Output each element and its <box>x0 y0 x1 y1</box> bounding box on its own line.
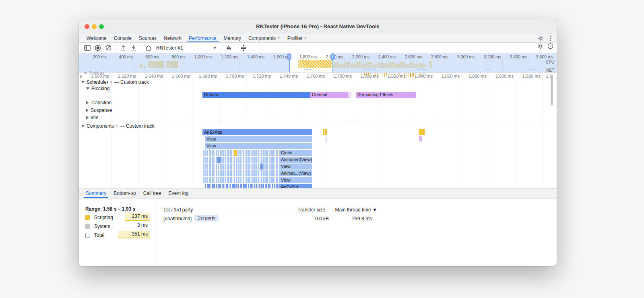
flame-sliver <box>260 157 260 163</box>
expand-triangle-icon[interactable] <box>86 116 89 119</box>
panel-tab-bottom-up[interactable]: Bottom-up <box>110 188 139 198</box>
flame-bar-segment[interactable] <box>348 92 351 98</box>
flame-mark[interactable] <box>326 136 327 142</box>
flame-sliver <box>260 150 260 156</box>
session-select[interactable]: RNTester #1 ▼ <box>156 45 219 51</box>
flame-sliver <box>245 150 246 156</box>
flame-sliver <box>272 170 274 176</box>
flame-mark[interactable] <box>325 129 327 135</box>
flame-sliver <box>276 157 277 163</box>
flame-bar-remaining-effects[interactable]: Remaining Effects <box>356 92 416 98</box>
panel-tab-call-tree[interactable]: Call tree <box>140 188 165 198</box>
collapse-triangle-icon[interactable] <box>81 125 85 127</box>
track-components[interactable]: Components✳— Custom track <box>81 123 155 129</box>
flame-sliver <box>264 163 266 170</box>
flame-sliver <box>209 157 210 163</box>
expand-triangle-icon[interactable] <box>86 109 89 112</box>
timeline-main[interactable]: 1,600 ms1,620 ms1,640 ms1,660 ms1,680 ms… <box>79 72 557 188</box>
overview-time-label: 800 ms <box>172 54 186 59</box>
ruler-time-label: 1,700 ms <box>226 74 244 79</box>
flame-sliver <box>248 157 250 163</box>
garbage-collect-icon[interactable] <box>224 44 233 52</box>
overview-handle-right[interactable]: ∥ <box>330 54 335 60</box>
flame-sliver <box>275 157 275 163</box>
overview-time-label: 2,400 ms <box>378 54 396 59</box>
flame-sliver <box>245 163 246 170</box>
tab-console[interactable]: Console <box>110 34 135 42</box>
legend-label: System <box>94 224 110 229</box>
flame-sliver <box>254 150 256 156</box>
tab-memory[interactable]: Memory <box>220 34 245 42</box>
flame-bar-commit[interactable]: Commit <box>310 92 348 98</box>
flame-bar-anexset[interactable]: AnExSet <box>279 184 312 188</box>
performance-settings-gear-icon[interactable] <box>537 43 543 49</box>
flame-sliver <box>256 163 257 170</box>
console-timestamp-tick <box>425 73 426 75</box>
help-icon[interactable]: ? <box>547 43 553 49</box>
download-profile-icon[interactable] <box>129 44 138 52</box>
flame-bar-anexapp[interactable]: AnExApp <box>202 129 312 135</box>
party-row-name[interactable]: [unattributed] <box>163 216 192 221</box>
flame-mark[interactable] <box>323 129 324 135</box>
flame-bar-view[interactable]: View <box>279 163 312 170</box>
track-blocking[interactable]: Blocking <box>86 85 109 91</box>
track-idle[interactable]: Idle <box>86 114 98 120</box>
flame-sliver <box>269 163 270 170</box>
more-options-kebab-icon[interactable]: ⋮ <box>548 35 553 41</box>
flame-bar-view[interactable]: View <box>205 143 312 149</box>
track-suffix: — Custom track <box>120 123 155 129</box>
flame-bar-animated-view-[interactable]: Animated(View) <box>279 157 312 163</box>
vertical-scrollbar-thumb[interactable] <box>551 75 553 106</box>
flame-bar-circle[interactable]: Circle <box>279 150 312 156</box>
panel-tab-summary[interactable]: Summary <box>82 188 110 198</box>
tab-components[interactable]: Components✳ <box>245 34 284 42</box>
tab-performance[interactable]: Performance <box>185 34 220 42</box>
toggle-sidebar-icon[interactable] <box>83 44 92 52</box>
flame-bar-view[interactable]: View <box>279 177 312 183</box>
console-timestamp-tick <box>428 73 428 77</box>
capture-settings-icon[interactable] <box>239 44 248 52</box>
ruler-gridline <box>381 72 381 188</box>
party-col-name-header[interactable]: 1st / 3rd party <box>163 207 193 213</box>
collapse-triangle-icon[interactable] <box>86 87 89 90</box>
party-col-transfer-header[interactable]: Transfer size <box>272 207 325 213</box>
devtools-tab-bar: WelcomeConsoleSourcesNetworkPerformanceM… <box>79 34 557 43</box>
tab-network[interactable]: Network <box>160 34 185 42</box>
tab-profiler[interactable]: Profiler✳ <box>284 34 311 42</box>
party-row-main: 239.8 ms <box>320 216 372 221</box>
tab-welcome[interactable]: Welcome <box>83 34 110 42</box>
collapse-triangle-icon[interactable] <box>81 81 85 83</box>
flame-mark[interactable] <box>419 136 422 141</box>
track-suspense[interactable]: Suspense <box>86 107 112 113</box>
flame-sliver <box>266 150 268 156</box>
flame-sliver <box>246 163 248 170</box>
console-timestamp-tick <box>407 73 407 77</box>
upload-profile-icon[interactable] <box>119 44 128 52</box>
settings-gear-icon[interactable] <box>538 35 544 41</box>
tab-sources[interactable]: Sources <box>135 34 160 42</box>
flame-sliver <box>277 150 278 156</box>
flame-sliver <box>205 170 206 176</box>
flame-mark[interactable] <box>419 129 425 135</box>
overview-handle-left[interactable]: ∥ <box>287 54 291 60</box>
legend-value-scripting: 237 ms <box>125 213 150 221</box>
panel-tab-event-log[interactable]: Event log <box>165 188 192 198</box>
flame-sliver <box>218 177 219 183</box>
party-col-main-header[interactable]: Main thread time ▼ <box>320 207 377 213</box>
flame-bar-render[interactable]: Render <box>202 92 310 98</box>
flame-bar-view[interactable]: View <box>205 136 312 142</box>
record-icon[interactable] <box>93 44 102 52</box>
legend-value-system: 3 ms <box>129 222 150 229</box>
track-transition[interactable]: Transition <box>86 99 111 106</box>
track-scheduler[interactable]: Scheduler✳— Custom track <box>81 79 149 85</box>
timeline-overview[interactable]: CPU NET 200 ms400 ms600 ms800 ms1,000 ms… <box>79 53 557 73</box>
home-icon[interactable] <box>144 44 153 52</box>
flame-sliver <box>248 170 250 176</box>
overview-time-label: 200 ms <box>93 54 107 59</box>
flame-sliver <box>254 163 256 170</box>
flame-bar-animat-view-[interactable]: Animat...(View) <box>279 170 312 176</box>
flame-sliver <box>220 177 221 183</box>
flame-sliver <box>203 157 204 163</box>
expand-triangle-icon[interactable] <box>86 101 89 104</box>
clear-icon[interactable] <box>104 44 113 52</box>
